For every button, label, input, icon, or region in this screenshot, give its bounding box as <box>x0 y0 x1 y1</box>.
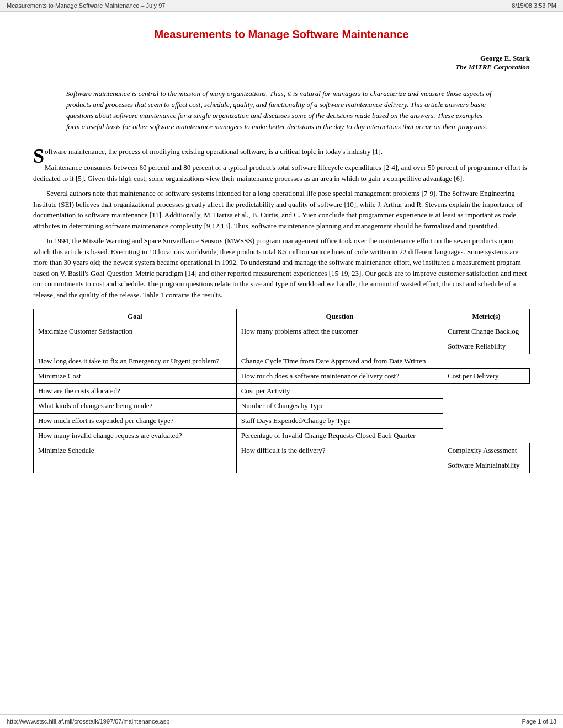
cell-metric: Change Cycle Time from Date Approved and… <box>236 354 443 369</box>
intro-paragraph: Software maintenance, the process of mod… <box>33 146 530 157</box>
cell-question: How are the costs allocated? <box>34 384 237 399</box>
author-name: George E. Stark <box>33 54 530 63</box>
cell-metric: Cost per Activity <box>236 384 443 399</box>
cell-metric: Current Change Backlog <box>443 324 530 339</box>
table-row: Minimize ScheduleHow difficult is the de… <box>34 443 530 458</box>
drop-cap-letter: S <box>33 148 44 164</box>
table-row: What kinds of changes are being made?Num… <box>34 399 530 414</box>
cell-metric: Number of Changes by Type <box>236 399 443 414</box>
tab-title: Measurements to Manage Software Maintena… <box>7 2 165 9</box>
table-row: How much effort is expended per change t… <box>34 414 530 429</box>
cell-goal: Minimize Schedule <box>34 443 237 473</box>
cell-metric: Software Reliability <box>443 339 530 354</box>
table-row: Maximize Customer SatisfactionHow many p… <box>34 324 530 339</box>
footer-page: Page 1 of 13 <box>522 718 556 725</box>
metrics-table: Goal Question Metric(s) Maximize Custome… <box>33 309 530 473</box>
browser-timestamp: 8/15/08 3:53 PM <box>512 2 556 9</box>
body-para-2: Several authors note that maintenance of… <box>33 188 530 231</box>
table-row: How many invalid change requests are eva… <box>34 429 530 443</box>
cell-question: How much does a software maintenance del… <box>236 369 443 384</box>
cell-metric: Staff Days Expended/Change by Type <box>236 414 443 429</box>
cell-goal: Minimize Cost <box>34 369 237 384</box>
body-para-3: In 1994, the Missile Warning and Space S… <box>33 235 530 300</box>
drop-cap-rest: oftware maintenance, the process of modi… <box>45 147 383 156</box>
cell-question: How many problems affect the customer <box>236 324 443 354</box>
cell-question: What kinds of changes are being made? <box>34 399 237 414</box>
footer-bar: http://www.stsc.hill.af.mil/crosstalk/19… <box>0 714 563 728</box>
table-row: How long does it take to fix an Emergenc… <box>34 354 530 369</box>
table-row: Minimize CostHow much does a software ma… <box>34 369 530 384</box>
table-container: Goal Question Metric(s) Maximize Custome… <box>33 309 530 473</box>
table-row: How are the costs allocated?Cost per Act… <box>34 384 530 399</box>
author-block: George E. Stark The MITRE Corporation <box>33 54 530 72</box>
body-para-1: Maintenance consumes between 60 percent … <box>33 162 530 184</box>
col-header-metrics: Metric(s) <box>443 309 530 324</box>
cell-metric: Software Maintainability <box>443 458 530 473</box>
cell-question: How many invalid change requests are eva… <box>34 429 237 443</box>
abstract: Software maintenance is central to the m… <box>66 88 497 133</box>
page-content: Measurements to Manage Software Maintena… <box>0 12 563 506</box>
cell-metric: Complexity Assessment <box>443 443 530 458</box>
cell-metric: Percentage of Invalid Change Requests Cl… <box>236 429 443 443</box>
col-header-question: Question <box>236 309 443 324</box>
browser-bar: Measurements to Manage Software Maintena… <box>0 0 563 12</box>
page-title: Measurements to Manage Software Maintena… <box>33 28 530 41</box>
cell-question: How difficult is the delivery? <box>236 443 443 473</box>
author-org: The MITRE Corporation <box>33 63 530 72</box>
cell-metric: Cost per Delivery <box>443 369 530 384</box>
cell-question: How long does it take to fix an Emergenc… <box>34 354 237 369</box>
cell-question: How much effort is expended per change t… <box>34 414 237 429</box>
cell-goal: Maximize Customer Satisfaction <box>34 324 237 354</box>
footer-url: http://www.stsc.hill.af.mil/crosstalk/19… <box>7 718 169 725</box>
col-header-goal: Goal <box>34 309 237 324</box>
